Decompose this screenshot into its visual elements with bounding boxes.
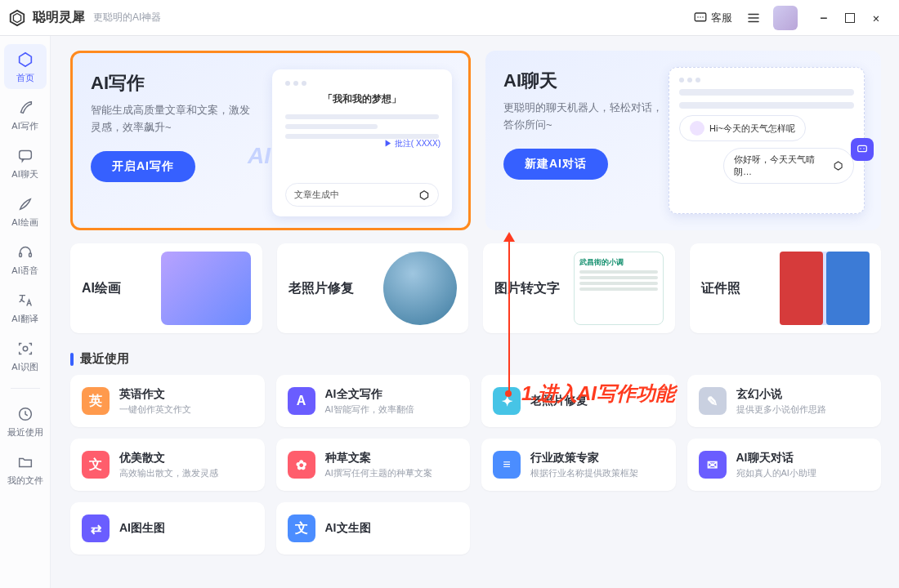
sidebar-item-ocr[interactable]: AI识图 bbox=[4, 333, 47, 378]
start-ai-write-button[interactable]: 开启AI写作 bbox=[91, 151, 195, 182]
recent-card[interactable]: ≡行业政策专家根据行业名称提供政策框架 bbox=[481, 439, 676, 491]
sidebar-item-voice[interactable]: AI语音 bbox=[4, 237, 47, 282]
recent-card-desc: 高效输出散文，激发灵感 bbox=[119, 467, 218, 479]
recent-card-desc: 一键创作英文作文 bbox=[119, 403, 191, 416]
sidebar-item-home[interactable]: 首页 bbox=[4, 44, 47, 89]
recent-card-icon: ✎ bbox=[699, 387, 727, 415]
svg-rect-9 bbox=[29, 253, 31, 257]
annotation-line bbox=[508, 235, 510, 394]
recent-card-title: AI文生图 bbox=[325, 521, 371, 536]
sidebar-item-label: AI语音 bbox=[11, 265, 38, 277]
recent-card[interactable]: ✉AI聊天对话宛如真人的AI小助理 bbox=[687, 439, 882, 491]
recent-card-desc: 根据行业名称提供政策框架 bbox=[530, 467, 638, 479]
headset-icon bbox=[16, 243, 34, 261]
preview-user-msg: Hi~今天的天气怎样呢 bbox=[679, 115, 806, 141]
tile-photo-restore[interactable]: 老照片修复 bbox=[277, 243, 469, 333]
feather-icon bbox=[16, 99, 34, 117]
sidebar-item-draw[interactable]: AI绘画 bbox=[4, 189, 47, 234]
clock-icon bbox=[16, 405, 34, 423]
tile-thumb-icon bbox=[780, 252, 870, 325]
translate-icon bbox=[16, 292, 34, 310]
preview-status-pill: 文章生成中 bbox=[285, 183, 439, 207]
hero-card-chat[interactable]: AI聊天 更聪明的聊天机器人，轻松对话，答你所问~ 新建AI对话 Hi~今天的天… bbox=[485, 51, 881, 230]
recent-card-desc: 提供更多小说创作思路 bbox=[736, 403, 826, 416]
tile-label: 证件照 bbox=[701, 280, 740, 297]
preview-annotation: ▶ 批注( XXXX) bbox=[384, 138, 441, 149]
svg-rect-14 bbox=[858, 145, 867, 151]
svg-marker-0 bbox=[11, 10, 25, 24]
recent-card[interactable]: 文AI文生图 bbox=[276, 502, 471, 555]
hex-icon bbox=[833, 160, 843, 172]
chat-icon bbox=[16, 147, 34, 165]
avatar[interactable] bbox=[773, 6, 798, 30]
tile-label: 老照片修复 bbox=[288, 280, 354, 297]
recent-card-icon: ⇄ bbox=[82, 514, 110, 542]
svg-marker-13 bbox=[834, 162, 842, 170]
recent-card-icon: ✿ bbox=[288, 451, 315, 479]
menu-button[interactable] bbox=[742, 7, 765, 29]
recent-card-desc: 宛如真人的AI小助理 bbox=[736, 467, 816, 479]
recent-card[interactable]: ✎玄幻小说提供更多小说创作思路 bbox=[687, 375, 882, 427]
sidebar-item-write[interactable]: AI写作 bbox=[4, 92, 47, 137]
main-content: AI写作 智能生成高质量文章和文案，激发灵感，效率飙升~ 开启AI写作 「我和我… bbox=[51, 36, 899, 588]
sidebar-item-chat[interactable]: AI聊天 bbox=[4, 140, 47, 185]
svg-rect-8 bbox=[19, 253, 21, 257]
app-logo-icon bbox=[8, 9, 26, 27]
recent-card[interactable]: 英英语作文一键创作英文作文 bbox=[70, 375, 265, 427]
svg-marker-6 bbox=[19, 53, 31, 67]
recent-card-icon: ✉ bbox=[699, 451, 727, 479]
svg-point-4 bbox=[700, 16, 701, 18]
svg-point-5 bbox=[702, 16, 704, 18]
sidebar-item-files[interactable]: 我的文件 bbox=[4, 447, 47, 492]
tile-label: AI绘画 bbox=[82, 280, 121, 297]
tile-ocr[interactable]: 图片转文字 武昌街的小调 bbox=[483, 243, 675, 333]
sidebar-item-translate[interactable]: AI翻译 bbox=[4, 285, 47, 330]
support-label: 客服 bbox=[711, 11, 732, 25]
recent-card[interactable]: ✿种草文案AI撰写任何主题的种草文案 bbox=[276, 439, 471, 491]
svg-marker-12 bbox=[420, 190, 427, 199]
hex-icon bbox=[418, 189, 430, 201]
sidebar-item-label: AI绘画 bbox=[11, 216, 38, 229]
recent-card-icon: 英 bbox=[82, 387, 110, 415]
scan-icon bbox=[16, 340, 34, 358]
recent-card[interactable]: ⇄AI图生图 bbox=[70, 502, 265, 555]
recent-card-title: AI图生图 bbox=[119, 521, 165, 536]
recent-card-desc: AI智能写作，效率翻倍 bbox=[325, 403, 414, 416]
new-ai-chat-button[interactable]: 新建AI对话 bbox=[503, 149, 608, 180]
sidebar-item-label: 最近使用 bbox=[7, 426, 43, 439]
write-preview: 「我和我的梦想」 ▶ 批注( XXXX) 文章生成中 AI bbox=[272, 69, 452, 216]
annotation-text: 1.进入AI写作功能 bbox=[521, 381, 675, 407]
recent-grid: 英英语作文一键创作英文作文AAI全文写作AI智能写作，效率翻倍✦老照片修复✎玄幻… bbox=[70, 375, 881, 555]
recent-card-icon: A bbox=[288, 387, 315, 415]
sidebar-item-recent[interactable]: 最近使用 bbox=[4, 399, 47, 443]
tile-thumb-icon bbox=[161, 252, 251, 325]
svg-point-16 bbox=[863, 148, 864, 149]
sidebar-item-label: 首页 bbox=[16, 72, 34, 84]
support-button[interactable]: 客服 bbox=[693, 11, 732, 25]
tile-idphoto[interactable]: 证件照 bbox=[690, 243, 882, 333]
svg-rect-7 bbox=[19, 151, 31, 159]
hamburger-icon bbox=[746, 11, 761, 25]
app-name: 聪明灵犀 bbox=[33, 9, 85, 26]
recent-card-title: 玄幻小说 bbox=[736, 387, 826, 402]
recent-card-desc: AI撰写任何主题的种草文案 bbox=[325, 467, 432, 479]
recent-card[interactable]: 文优美散文高效输出散文，激发灵感 bbox=[70, 439, 265, 491]
brush-icon bbox=[16, 195, 34, 213]
tile-aidraw[interactable]: AI绘画 bbox=[70, 243, 262, 333]
recent-card[interactable]: AAI全文写作AI智能写作，效率翻倍 bbox=[276, 375, 471, 427]
window-minimize-button[interactable] bbox=[811, 7, 837, 29]
window-maximize-button[interactable] bbox=[845, 13, 855, 23]
svg-point-10 bbox=[23, 346, 28, 351]
hero-card-write[interactable]: AI写作 智能生成高质量文章和文案，激发灵感，效率飙升~ 开启AI写作 「我和我… bbox=[70, 51, 471, 230]
tile-thumb-icon bbox=[383, 252, 457, 325]
window-close-button[interactable] bbox=[863, 7, 889, 29]
folder-icon bbox=[16, 453, 34, 471]
sidebar-item-label: AI聊天 bbox=[11, 168, 38, 180]
sidebar-divider bbox=[11, 388, 40, 389]
recent-card-icon: 文 bbox=[288, 514, 315, 542]
recent-card-title: AI聊天对话 bbox=[736, 451, 816, 466]
chat-float-icon bbox=[851, 138, 874, 161]
recent-card-title: 行业政策专家 bbox=[530, 451, 638, 466]
sidebar-item-label: AI写作 bbox=[11, 120, 38, 132]
preview-doc-title: 「我和我的梦想」 bbox=[285, 92, 439, 106]
